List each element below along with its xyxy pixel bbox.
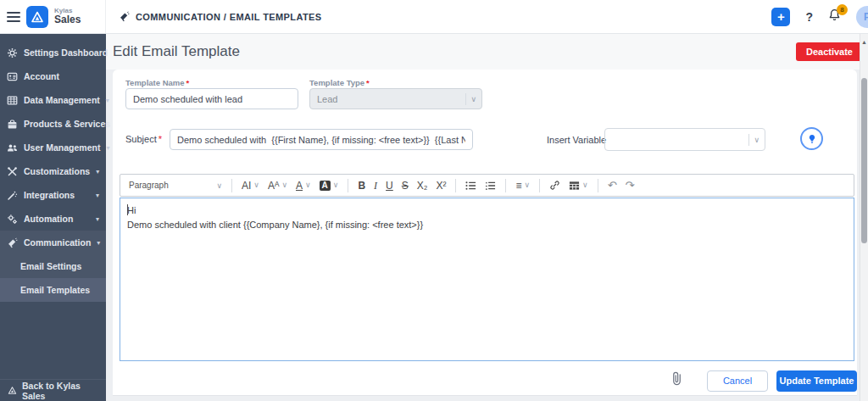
- gears-icon: [7, 214, 18, 225]
- caret-down-icon: ▾: [96, 168, 99, 175]
- align-button[interactable]: ≡∨: [512, 179, 533, 192]
- breadcrumb-label: COMMUNICATION / EMAIL TEMPLATES: [136, 12, 322, 22]
- sidebar-item-label: Data Management: [24, 95, 100, 105]
- brand-bottom: Sales: [54, 14, 81, 25]
- numbered-list-icon: [485, 181, 496, 191]
- breadcrumb: COMMUNICATION / EMAIL TEMPLATES: [119, 11, 322, 22]
- communication-section: Communication ▾ Email Settings Email Tem…: [0, 231, 106, 302]
- brand-text: Kylas Sales: [54, 8, 81, 26]
- kylas-logo[interactable]: [26, 6, 48, 28]
- undo-button[interactable]: ↶: [604, 178, 620, 192]
- subject-input[interactable]: [170, 129, 473, 150]
- vertical-scrollbar[interactable]: ▲: [860, 34, 868, 401]
- chevron-down-icon: ∨: [305, 181, 311, 189]
- sidebar-item-user-management[interactable]: User Management ▾: [0, 136, 106, 159]
- paperclip-icon: [670, 370, 683, 387]
- bullet-list-icon: [465, 181, 476, 191]
- attachment-button[interactable]: [670, 370, 683, 391]
- paragraph-style-select[interactable]: Paragraph ∨: [125, 178, 225, 192]
- wand-icon: [7, 190, 18, 201]
- communication-icon: [119, 11, 130, 22]
- tools-icon: [7, 166, 18, 177]
- subject-label: Subject*: [125, 134, 162, 144]
- content-area: Template Name* Template Type* Lead ∨ Sub…: [106, 70, 868, 401]
- variable-help-button[interactable]: [800, 127, 823, 150]
- template-type-label: Template Type*: [309, 78, 370, 87]
- chevron-down-icon: ∨: [470, 95, 476, 103]
- kylas-logo-icon: [31, 10, 44, 24]
- link-button[interactable]: [546, 178, 564, 192]
- deactivate-button[interactable]: Deactivate: [796, 42, 863, 61]
- bullet-list-button[interactable]: [462, 179, 480, 192]
- insert-variable-select[interactable]: ∨: [604, 128, 765, 151]
- gear-icon: [7, 47, 18, 58]
- toolbar-divider: [231, 179, 232, 192]
- sidebar-item-label: User Management: [24, 142, 100, 153]
- chevron-down-icon: ∨: [216, 181, 222, 190]
- subscript-button[interactable]: X₂: [414, 179, 431, 192]
- caret-down-icon: ▾: [106, 144, 109, 152]
- topbar-actions: + ? 8 P: [771, 6, 868, 28]
- underline-button[interactable]: U: [382, 179, 397, 192]
- sidebar-nav: Settings Dashboard Account Data Manageme…: [0, 34, 106, 302]
- box-icon: [7, 119, 18, 130]
- bold-button[interactable]: B: [354, 179, 369, 192]
- help-icon[interactable]: ?: [805, 10, 813, 24]
- sidebar-item-email-templates[interactable]: Email Templates: [0, 278, 106, 302]
- font-color-button[interactable]: A∨: [292, 179, 314, 192]
- caret-down-icon: ▾: [97, 239, 100, 247]
- top-bar: Kylas Sales COMMUNICATION / EMAIL TEMPLA…: [0, 0, 868, 34]
- table-button[interactable]: ∨: [565, 179, 592, 192]
- sidebar-item-communication[interactable]: Communication ▾: [0, 231, 106, 254]
- page-header: Edit Email Template Deactivate: [106, 34, 868, 70]
- sidebar-item-settings-dashboard[interactable]: Settings Dashboard: [0, 41, 106, 64]
- back-to-kylas-link[interactable]: Back to Kylas Sales: [0, 379, 106, 401]
- template-type-value: Lead: [317, 94, 337, 104]
- add-button[interactable]: +: [771, 8, 790, 26]
- cancel-button[interactable]: Cancel: [707, 370, 768, 392]
- sidebar-item-label: Account: [24, 71, 59, 81]
- scrollbar-up-icon[interactable]: ▲: [860, 34, 868, 45]
- sidebar-item-integrations[interactable]: Integrations ▾: [0, 183, 106, 207]
- chevron-down-icon: ∨: [333, 181, 339, 189]
- editor-toolbar: Paragraph ∨ AI∨ Aᴬ∨ A∨ A∨ B I U S X₂ X²: [120, 174, 854, 197]
- table-icon: [569, 181, 580, 191]
- sidebar-item-label: Integrations: [24, 190, 75, 200]
- scrollbar-thumb[interactable]: [861, 78, 867, 243]
- template-name-label: Template Name*: [125, 78, 189, 87]
- template-name-input[interactable]: [125, 88, 298, 109]
- numbered-list-button[interactable]: [481, 179, 499, 192]
- required-asterisk: *: [366, 78, 370, 87]
- sidebar-item-email-settings[interactable]: Email Settings: [0, 254, 106, 278]
- sidebar-item-data-management[interactable]: Data Management ▾: [0, 88, 106, 112]
- sidebar-item-account[interactable]: Account: [0, 64, 106, 88]
- update-template-button[interactable]: Update Template: [776, 370, 857, 392]
- italic-button[interactable]: I: [370, 179, 381, 192]
- notification-badge: 8: [837, 4, 848, 15]
- insert-variable-label: Insert Variable: [547, 135, 606, 145]
- hamburger-menu-icon[interactable]: [7, 9, 20, 25]
- highlight-color-button[interactable]: A∨: [316, 179, 342, 192]
- id-card-icon: [7, 71, 18, 82]
- template-type-select[interactable]: Lead ∨: [309, 88, 482, 109]
- font-size-button[interactable]: Aᴬ∨: [264, 179, 291, 192]
- strikethrough-button[interactable]: S: [398, 179, 412, 192]
- superscript-button[interactable]: X²: [432, 179, 449, 192]
- editor-body[interactable]: Hi Demo scheduled with client {{Company …: [120, 198, 854, 361]
- avatar[interactable]: P: [856, 6, 868, 28]
- topbar-brand-area: Kylas Sales: [0, 0, 106, 33]
- sidebar-item-automation[interactable]: Automation ▾: [0, 207, 106, 231]
- caret-down-icon: ▾: [106, 97, 109, 104]
- megaphone-icon: [7, 237, 18, 248]
- text-caret: [127, 204, 128, 215]
- redo-button[interactable]: ↷: [622, 178, 638, 192]
- notifications-button[interactable]: 8: [828, 8, 841, 25]
- sidebar: Settings Dashboard Account Data Manageme…: [0, 34, 106, 401]
- sidebar-item-products-services[interactable]: Products & Services: [0, 112, 106, 136]
- editor-line: Demo scheduled with client {{Company Nam…: [127, 218, 847, 232]
- sidebar-item-label: Settings Dashboard: [24, 47, 108, 58]
- table-icon: [7, 95, 18, 106]
- sidebar-item-customizations[interactable]: Customizations ▾: [0, 159, 106, 183]
- font-family-button[interactable]: AI∨: [238, 179, 263, 192]
- sidebar-item-label: Communication: [24, 237, 91, 248]
